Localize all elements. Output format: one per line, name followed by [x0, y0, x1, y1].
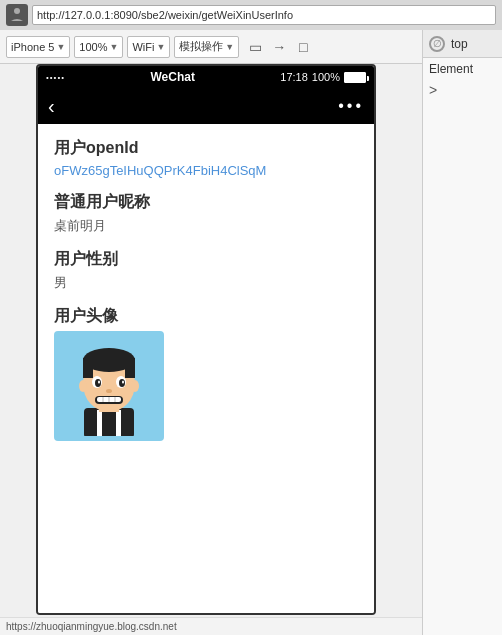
phone-frame: ••••• WeChat 17:18 100% ‹ ••• 用户openId o…	[36, 64, 376, 615]
avatar-label: 用户头像	[54, 306, 358, 327]
simulate-arrow: ▼	[225, 42, 234, 52]
svg-point-15	[122, 381, 124, 384]
svg-point-12	[95, 379, 101, 387]
gender-value: 男	[54, 274, 358, 292]
svg-rect-9	[125, 358, 135, 378]
svg-point-14	[98, 381, 100, 384]
element-panel-title: Element	[429, 62, 473, 76]
inspect-icon[interactable]: □	[292, 36, 314, 58]
network-arrow: ▼	[156, 42, 165, 52]
nickname-label: 普通用户昵称	[54, 192, 358, 213]
devtools-element-label: Element	[423, 58, 502, 80]
rotate-icon[interactable]: ▭	[244, 36, 266, 58]
url-text: http://127.0.0.1:8090/sbe2/weixin/getWei…	[37, 9, 293, 21]
network-label: WiFi	[132, 41, 154, 53]
svg-point-16	[106, 389, 112, 393]
signal-dots: •••••	[46, 73, 65, 82]
browser-bottom-bar: https://zhuoqianmingyue.blog.csdn.net	[0, 617, 422, 635]
gender-label: 用户性别	[54, 249, 358, 270]
favicon	[6, 4, 28, 26]
device-label: iPhone 5	[11, 41, 54, 53]
simulate-label: 模拟操作	[179, 39, 223, 54]
svg-point-22	[79, 380, 87, 392]
simulate-select[interactable]: 模拟操作 ▼	[174, 36, 239, 58]
svg-point-13	[119, 379, 125, 387]
svg-rect-3	[97, 410, 102, 436]
devtools-top-label: top	[451, 37, 468, 51]
phone-nav-bar: ‹ •••	[38, 88, 374, 124]
avatar-svg	[59, 336, 159, 436]
status-time: 17:18	[280, 71, 308, 83]
svg-point-23	[131, 380, 139, 392]
devtools-toolbar-inner: ∅ top	[423, 30, 502, 58]
device-arrow: ▼	[56, 42, 65, 52]
battery-icon	[344, 72, 366, 83]
zoom-arrow: ▼	[110, 42, 119, 52]
svg-rect-2	[84, 408, 134, 436]
network-select[interactable]: WiFi ▼	[127, 36, 170, 58]
devtools-expand-arrow[interactable]: >	[423, 80, 502, 100]
devtools-panel: ∅ top Element >	[422, 30, 502, 635]
zoom-select[interactable]: 100% ▼	[74, 36, 123, 58]
devtools-no-icon: ∅	[429, 36, 445, 52]
zoom-label: 100%	[79, 41, 107, 53]
svg-rect-8	[83, 358, 93, 378]
back-button[interactable]: ‹	[48, 95, 55, 118]
app-name: WeChat	[150, 70, 194, 84]
menu-dots[interactable]: •••	[338, 97, 364, 115]
phone-content: 用户openId oFWz65gTeIHuQQPrK4FbiH4ClSqM 普通…	[38, 124, 374, 613]
svg-point-0	[14, 8, 20, 14]
phone-status-bar: ••••• WeChat 17:18 100%	[38, 66, 374, 88]
browser-top-bar: http://127.0.0.1:8090/sbe2/weixin/getWei…	[0, 0, 502, 30]
screenshot-icon[interactable]: →	[268, 36, 290, 58]
openid-value: oFWz65gTeIHuQQPrK4FbiH4ClSqM	[54, 163, 358, 178]
openid-label: 用户openId	[54, 138, 358, 159]
svg-rect-4	[116, 410, 121, 436]
bottom-url-text: https://zhuoqianmingyue.blog.csdn.net	[6, 621, 177, 632]
status-right-group: 17:18 100%	[280, 71, 366, 83]
nickname-value: 桌前明月	[54, 217, 358, 235]
battery-pct: 100%	[312, 71, 340, 83]
avatar-image	[54, 331, 164, 441]
url-bar[interactable]: http://127.0.0.1:8090/sbe2/weixin/getWei…	[32, 5, 496, 25]
device-select[interactable]: iPhone 5 ▼	[6, 36, 70, 58]
